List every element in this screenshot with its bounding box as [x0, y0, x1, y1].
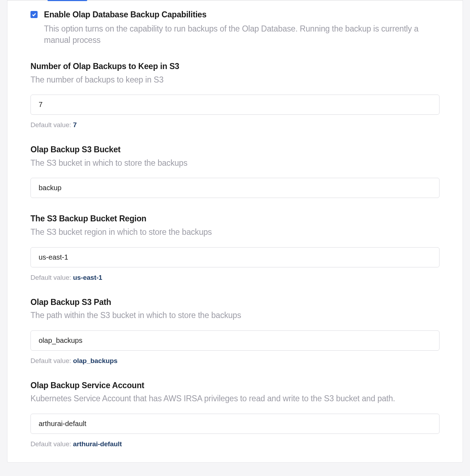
- s3-region-input[interactable]: [30, 247, 440, 267]
- default-value: olap_backups: [73, 357, 118, 364]
- enable-backup-label: Enable Olap Database Backup Capabilities: [44, 10, 440, 20]
- s3-bucket-title: Olap Backup S3 Bucket: [30, 144, 440, 155]
- service-account-description: Kubernetes Service Account that has AWS …: [30, 393, 440, 404]
- num-backups-input[interactable]: [30, 95, 440, 115]
- s3-region-default: Default value: us-east-1: [30, 274, 440, 282]
- default-value: 7: [73, 121, 77, 129]
- num-backups-group: Number of Olap Backups to Keep in S3 The…: [30, 61, 440, 129]
- s3-bucket-input[interactable]: [30, 178, 440, 198]
- service-account-input[interactable]: [30, 414, 440, 434]
- s3-region-description: The S3 bucket region in which to store t…: [30, 226, 440, 238]
- s3-path-default: Default value: olap_backups: [30, 357, 440, 365]
- default-value: arthurai-default: [73, 440, 122, 448]
- num-backups-description: The number of backups to keep in S3: [30, 74, 440, 85]
- s3-bucket-description: The S3 bucket in which to store the back…: [30, 157, 440, 169]
- s3-region-group: The S3 Backup Bucket Region The S3 bucke…: [30, 214, 440, 281]
- default-value: us-east-1: [73, 274, 102, 281]
- s3-bucket-group: Olap Backup S3 Bucket The S3 bucket in w…: [30, 144, 440, 198]
- default-label: Default value:: [30, 274, 73, 281]
- num-backups-title: Number of Olap Backups to Keep in S3: [30, 61, 440, 72]
- enable-backup-content: Enable Olap Database Backup Capabilities…: [44, 10, 440, 46]
- active-tab-indicator: [47, 0, 87, 1]
- service-account-default: Default value: arthurai-default: [30, 440, 440, 448]
- s3-path-group: Olap Backup S3 Path The path within the …: [30, 297, 440, 365]
- default-label: Default value:: [30, 440, 73, 448]
- s3-path-description: The path within the S3 bucket in which t…: [30, 310, 440, 321]
- num-backups-default: Default value: 7: [30, 121, 440, 129]
- config-panel: Enable Olap Database Backup Capabilities…: [7, 0, 463, 463]
- service-account-group: Olap Backup Service Account Kubernetes S…: [30, 380, 440, 448]
- service-account-title: Olap Backup Service Account: [30, 380, 440, 391]
- s3-region-title: The S3 Backup Bucket Region: [30, 214, 440, 224]
- check-icon: [32, 12, 37, 17]
- enable-backup-row: Enable Olap Database Backup Capabilities…: [30, 10, 440, 46]
- default-label: Default value:: [30, 357, 73, 364]
- default-label: Default value:: [30, 121, 73, 129]
- s3-path-title: Olap Backup S3 Path: [30, 297, 440, 308]
- s3-path-input[interactable]: [30, 330, 440, 351]
- enable-backup-description: This option turns on the capability to r…: [44, 23, 440, 46]
- enable-backup-checkbox[interactable]: [30, 11, 38, 18]
